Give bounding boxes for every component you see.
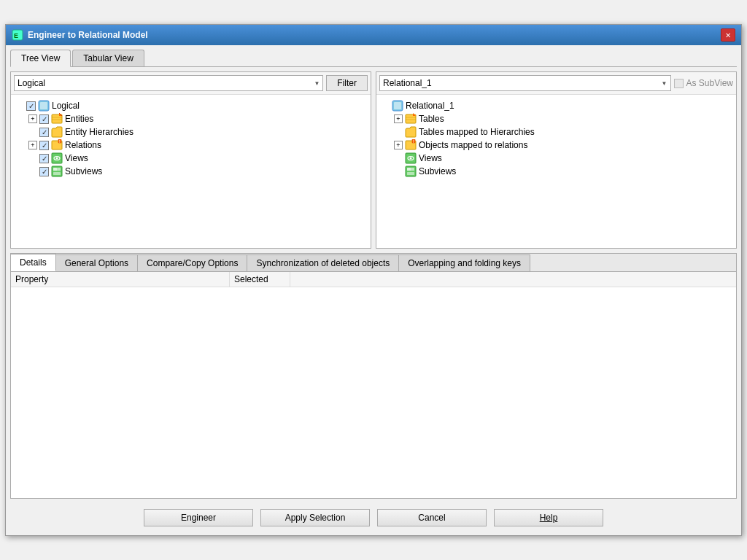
svg-rect-20 [394, 102, 401, 109]
svg-text:E: E [14, 32, 18, 39]
panels-row: Logical ▼ Filter [10, 71, 737, 249]
help-button[interactable]: Help [494, 509, 603, 526]
tree-label-tables-hierarchies: Tables mapped to Hierarchies [419, 127, 535, 137]
apply-selection-button[interactable]: Apply Selection [260, 509, 370, 526]
detail-body: Property Selected [11, 272, 736, 498]
tab-general-options[interactable]: General Options [56, 254, 138, 271]
window-title: Engineer to Relational Model [28, 30, 148, 40]
expand-objects[interactable]: + [394, 141, 403, 149]
tree-item-objects-relations: + ! Objects mapped to relations [381, 139, 732, 152]
tree-item-views-left: Views [15, 152, 366, 165]
footer: Engineer Apply Selection Cancel Help [10, 503, 737, 531]
tree-item-views-right: Views [381, 152, 732, 165]
left-dropdown[interactable]: Logical ▼ [14, 75, 323, 91]
tree-label-tables: Tables [419, 114, 444, 124]
svg-rect-3 [40, 102, 47, 109]
tree-label-relational: Relational_1 [406, 101, 454, 111]
tab-tree-view[interactable]: Tree View [10, 50, 71, 67]
icon-subviews-left [51, 166, 63, 177]
tab-details[interactable]: Details [11, 254, 56, 271]
filter-button[interactable]: Filter [326, 75, 368, 91]
expand-entities[interactable]: + [28, 114, 37, 123]
icon-views-left [51, 152, 63, 164]
tree-label-objects-relations: Objects mapped to relations [419, 140, 527, 150]
detail-section: Details General Options Compare/Copy Opt… [10, 253, 737, 499]
tree-label-subviews-right: Subviews [419, 166, 456, 176]
tree-label-views-left: Views [65, 153, 88, 163]
icon-entity-hierarchies [51, 126, 63, 138]
left-panel-toolbar: Logical ▼ Filter [11, 72, 371, 95]
icon-views-right [405, 152, 417, 164]
tree-label-hierarchies: Entity Hierarchies [65, 127, 133, 137]
main-window: E Engineer to Relational Model ✕ Tree Vi… [5, 24, 742, 536]
cb-views-left[interactable] [39, 154, 49, 163]
cb-subviews-left[interactable] [39, 167, 49, 176]
svg-rect-33 [411, 168, 414, 171]
cb-hierarchies[interactable] [39, 128, 49, 137]
expand-tables[interactable]: + [394, 114, 403, 123]
titlebar-left: E Engineer to Relational Model [12, 29, 148, 41]
close-button[interactable]: ✕ [721, 28, 735, 42]
tab-tabular-view[interactable]: Tabular View [72, 50, 144, 66]
right-dropdown[interactable]: Relational_1 ▼ [379, 75, 671, 91]
svg-rect-34 [407, 172, 414, 175]
right-dropdown-arrow: ▼ [662, 80, 667, 87]
svg-rect-17 [57, 168, 61, 171]
cb-logical[interactable] [26, 101, 36, 111]
tree-item-entity-hierarchies: Entity Hierarchies [15, 125, 366, 139]
svg-rect-16 [53, 168, 57, 171]
icon-tables-hierarchies [405, 126, 417, 138]
tree-label-logical: Logical [52, 101, 80, 111]
app-icon: E [12, 29, 23, 41]
right-panel-toolbar: Relational_1 ▼ As SubView [376, 72, 736, 95]
tree-item-relations: + ! Relations [15, 139, 366, 152]
as-subview-checkbox[interactable]: As SubView [674, 78, 733, 88]
titlebar: E Engineer to Relational Model ✕ [6, 25, 741, 45]
left-tree: Logical + [11, 95, 371, 248]
right-tree: Relational_1 + Tabl [376, 95, 736, 248]
left-dropdown-arrow: ▼ [314, 80, 320, 87]
tree-item-subviews-left: Subviews [15, 165, 366, 178]
tab-compare-copy[interactable]: Compare/Copy Options [138, 254, 247, 271]
tree-item-entities: + Entities [15, 112, 366, 125]
icon-relational [392, 100, 403, 112]
svg-point-14 [56, 158, 58, 160]
help-label: Help [540, 513, 558, 523]
svg-point-30 [410, 158, 412, 160]
col-selected: Selected [230, 272, 290, 287]
icon-subviews-right [405, 166, 417, 177]
icon-objects-relations: ! [405, 139, 417, 151]
tree-item-logical: Logical [15, 99, 366, 112]
col-empty [290, 272, 736, 287]
detail-grid-header-row: Property Selected [11, 272, 736, 287]
right-dropdown-value: Relational_1 [383, 78, 432, 88]
left-dropdown-value: Logical [18, 78, 45, 88]
tree-item-subviews-right: Subviews [381, 165, 732, 178]
icon-tables [405, 113, 417, 125]
tree-label-entities: Entities [65, 114, 93, 124]
left-panel: Logical ▼ Filter [10, 71, 371, 249]
icon-relations: ! [51, 139, 63, 151]
icon-logical [38, 100, 50, 112]
tab-overlapping[interactable]: Overlapping and folding keys [399, 254, 530, 271]
tree-item-relational: Relational_1 [381, 99, 732, 112]
svg-rect-32 [407, 168, 411, 171]
tree-label-views-right: Views [419, 153, 442, 163]
cb-relations[interactable] [39, 141, 49, 150]
expand-relations[interactable]: + [28, 141, 37, 149]
titlebar-controls: ✕ [721, 28, 735, 42]
engineer-button[interactable]: Engineer [144, 509, 253, 526]
right-panel: Relational_1 ▼ As SubView [376, 71, 737, 249]
col-property: Property [11, 272, 230, 287]
tab-sync-deleted[interactable]: Synchronization of deleted objects [247, 254, 399, 271]
as-subview-cb [674, 79, 684, 88]
cb-entities[interactable] [39, 114, 49, 124]
tree-item-tables: + Tables [381, 112, 732, 125]
detail-grid-body [11, 287, 736, 491]
tree-item-tables-hierarchies: Tables mapped to Hierarchies [381, 125, 732, 139]
tree-label-relations: Relations [65, 140, 101, 150]
tree-label-subviews-left: Subviews [65, 166, 102, 176]
svg-rect-18 [53, 172, 61, 175]
as-subview-label: As SubView [686, 78, 733, 88]
cancel-button[interactable]: Cancel [377, 509, 487, 526]
